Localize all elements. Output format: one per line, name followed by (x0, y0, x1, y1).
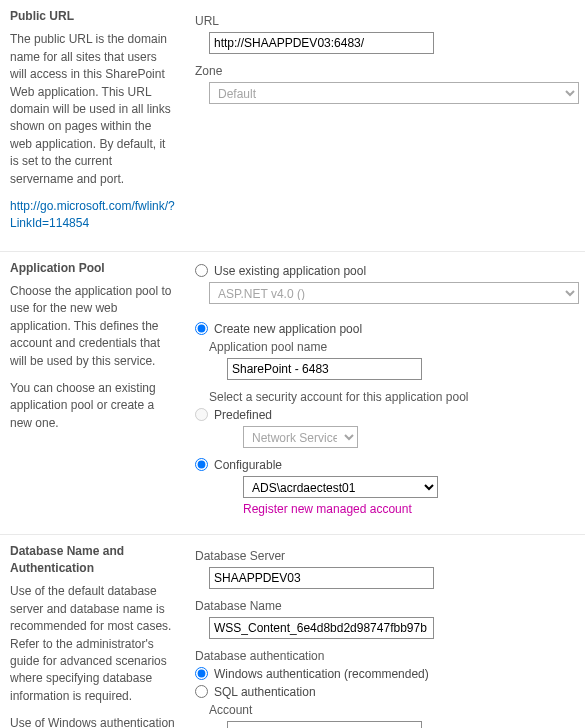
database-description-pane: Database Name and Authentication Use of … (10, 543, 195, 728)
zone-label: Zone (195, 64, 575, 78)
section-app-pool: Application Pool Choose the application … (0, 252, 585, 535)
app-pool-desc1: Choose the application pool to use for t… (10, 283, 175, 370)
sql-auth-row: SQL authentication (195, 685, 575, 699)
predefined-radio (195, 408, 208, 421)
section-public-url: Public URL The public URL is the domain … (0, 0, 585, 252)
configurable-radio[interactable] (195, 458, 208, 471)
pool-name-label: Application pool name (209, 340, 575, 354)
app-pool-form: Use existing application pool ASP.NET v4… (195, 260, 575, 516)
security-account-label: Select a security account for this appli… (209, 390, 575, 404)
public-url-heading: Public URL (10, 8, 175, 25)
url-input[interactable] (209, 32, 434, 54)
existing-pool-select: ASP.NET v4.0 () (209, 282, 579, 304)
configurable-select[interactable]: ADS\acrdaectest01 (243, 476, 438, 498)
register-managed-account-link[interactable]: Register new managed account (243, 502, 412, 516)
db-auth-label: Database authentication (195, 649, 575, 663)
db-server-label: Database Server (195, 549, 575, 563)
configurable-label: Configurable (214, 458, 282, 472)
database-form: Database Server Database Name Database a… (195, 543, 575, 728)
public-url-description-pane: Public URL The public URL is the domain … (10, 8, 195, 233)
use-existing-radio[interactable] (195, 264, 208, 277)
public-url-help-link[interactable]: http://go.microsoft.com/fwlink/?LinkId=1… (10, 199, 175, 230)
url-label: URL (195, 14, 575, 28)
db-server-input[interactable] (209, 567, 434, 589)
zone-select: Default (209, 82, 579, 104)
use-existing-row: Use existing application pool (195, 264, 575, 278)
app-pool-description-pane: Application Pool Choose the application … (10, 260, 195, 516)
predefined-row: Predefined (195, 408, 575, 422)
app-pool-desc2: You can choose an existing application p… (10, 380, 175, 432)
database-desc1: Use of the default database server and d… (10, 583, 175, 705)
predefined-select: Network Service (243, 426, 358, 448)
account-label: Account (209, 703, 575, 717)
win-auth-radio[interactable] (195, 667, 208, 680)
sql-auth-radio[interactable] (195, 685, 208, 698)
create-new-row: Create new application pool (195, 322, 575, 336)
public-url-form: URL Zone Default (195, 8, 575, 233)
database-heading: Database Name and Authentication (10, 543, 175, 578)
account-input[interactable] (227, 721, 422, 728)
db-name-label: Database Name (195, 599, 575, 613)
public-url-desc: The public URL is the domain name for al… (10, 31, 175, 188)
database-desc2: Use of Windows authentication is strongl… (10, 715, 175, 728)
configurable-row: Configurable (195, 458, 575, 472)
win-auth-row: Windows authentication (recommended) (195, 667, 575, 681)
predefined-label: Predefined (214, 408, 272, 422)
app-pool-heading: Application Pool (10, 260, 175, 277)
sql-auth-label: SQL authentication (214, 685, 316, 699)
db-name-input[interactable] (209, 617, 434, 639)
pool-name-input[interactable] (227, 358, 422, 380)
create-new-label: Create new application pool (214, 322, 362, 336)
section-database: Database Name and Authentication Use of … (0, 535, 585, 728)
win-auth-label: Windows authentication (recommended) (214, 667, 429, 681)
create-new-radio[interactable] (195, 322, 208, 335)
use-existing-label: Use existing application pool (214, 264, 366, 278)
